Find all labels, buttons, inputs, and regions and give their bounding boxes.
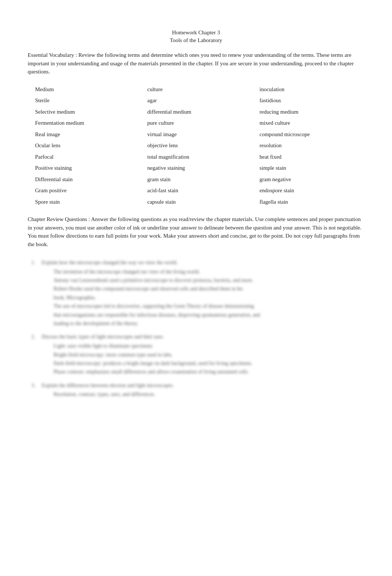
question-text: Discuss the basic types of light microsc… (42, 333, 364, 341)
blurred-questions: 1.Explain how the microscope changed the… (28, 259, 364, 399)
vocab-row: Ocular lensobjective lensresolution (35, 140, 372, 151)
question-text: Explain the differences between electron… (42, 382, 364, 390)
vocab-cell: gram negative (259, 174, 372, 185)
vocab-cell: pure culture (147, 118, 259, 128)
vocab-cell: Parfocal (35, 152, 147, 162)
vocab-cell: heat fixed (259, 152, 372, 162)
question-number: 1. (31, 259, 42, 267)
vocab-row: Sterileagarfastidious (35, 95, 372, 106)
vocab-row: Fermentation mediumpure culturemixed cul… (35, 118, 372, 128)
answer-line: Resolution, contrast, types, uses, and d… (54, 390, 364, 399)
vocab-row: Gram positiveacid-fast stainendospore st… (35, 185, 372, 196)
vocab-row: Mediumcultureinoculation (35, 84, 372, 95)
title-line-1: Homework Chapter 3 (28, 30, 364, 36)
answer-line: The invention of the microscope changed … (54, 268, 364, 276)
answer-line: Dark-field microscopy: produces a bright… (54, 359, 364, 368)
vocab-cell: Medium (35, 84, 147, 95)
vocab-cell: inoculation (259, 84, 372, 95)
vocab-row: Positive stainingnegative stainingsimple… (35, 163, 372, 173)
vocab-cell: virtual image (147, 129, 259, 140)
vocab-cell: Real image (35, 129, 147, 140)
vocab-cell: resolution (259, 140, 372, 151)
answer-block: The invention of the microscope changed … (31, 268, 364, 328)
answer-line: Phase contrast: emphasizes small differe… (54, 368, 364, 376)
question-num-line: 3.Explain the differences between electr… (31, 382, 364, 390)
answer-line: book, Micrographia. (54, 294, 364, 302)
vocab-cell: gram stain (147, 174, 259, 185)
answer-line: Robert Hooke used the compound microscop… (54, 285, 364, 293)
vocab-cell: capsule stain (147, 197, 259, 207)
answer-line: The use of microscopes led to discoverie… (54, 302, 364, 310)
vocab-cell: total magnification (147, 152, 259, 162)
vocab-cell: Positive staining (35, 163, 147, 173)
answer-line: Light: uses visible light to illuminate … (54, 342, 364, 350)
question-block: 2.Discuss the basic types of light micro… (28, 333, 364, 376)
page: Homework Chapter 3 Tools of the Laborato… (0, 0, 392, 576)
title-section: Homework Chapter 3 Tools of the Laborato… (28, 30, 364, 44)
answer-block: Light: uses visible light to illuminate … (31, 342, 364, 376)
vocab-row: Differential staingram staingram negativ… (35, 174, 372, 185)
vocab-cell: Spore stain (35, 197, 147, 207)
vocab-cell: Differential stain (35, 174, 147, 185)
answer-line: that microorganisms are responsible for … (54, 311, 364, 319)
vocab-cell: Selective medium (35, 107, 147, 117)
vocab-row: Selective mediumdifferential mediumreduc… (35, 107, 372, 117)
question-block: 3.Explain the differences between electr… (28, 382, 364, 399)
vocab-cell: objective lens (147, 140, 259, 151)
vocab-cell: compound microscope (259, 129, 372, 140)
vocab-cell: negative staining (147, 163, 259, 173)
chapter-review-paragraph: Chapter Review Questions : Answer the fo… (28, 215, 364, 248)
question-num-line: 1.Explain how the microscope changed the… (31, 259, 364, 267)
vocab-cell: endospore stain (259, 185, 372, 196)
question-block: 1.Explain how the microscope changed the… (28, 259, 364, 328)
vocab-table: MediumcultureinoculationSterileagarfasti… (35, 84, 372, 207)
answer-line: Bright-field microscopy: most common typ… (54, 351, 364, 359)
question-text: Explain how the microscope changed the w… (42, 259, 364, 267)
vocab-cell: differential medium (147, 107, 259, 117)
vocab-cell: acid-fast stain (147, 185, 259, 196)
vocab-cell: reducing medium (259, 107, 372, 117)
title-line-2: Tools of the Laboratory (28, 37, 364, 44)
vocab-row: Spore staincapsule stainflagella stain (35, 197, 372, 207)
answer-line: leading to the development of the theory… (54, 320, 364, 328)
vocab-cell: agar (147, 95, 259, 106)
vocab-cell: simple stain (259, 163, 372, 173)
vocab-cell: Gram positive (35, 185, 147, 196)
vocab-cell: Sterile (35, 95, 147, 106)
question-num-line: 2.Discuss the basic types of light micro… (31, 333, 364, 341)
question-number: 3. (31, 382, 42, 390)
vocab-cell: Fermentation medium (35, 118, 147, 128)
vocab-row: Real imagevirtual imagecompound microsco… (35, 129, 372, 140)
vocab-row: Parfocaltotal magnificationheat fixed (35, 152, 372, 162)
vocab-cell: flagella stain (259, 197, 372, 207)
vocab-cell: culture (147, 84, 259, 95)
vocab-cell: mixed culture (259, 118, 372, 128)
answer-block: Resolution, contrast, types, uses, and d… (31, 390, 364, 399)
answer-line: Antony van Leeuwenhoek used a primitive … (54, 276, 364, 284)
vocab-cell: fastidious (259, 95, 372, 106)
question-number: 2. (31, 333, 42, 341)
vocab-cell: Ocular lens (35, 140, 147, 151)
intro-paragraph: Essential Vocabulary : Review the follow… (28, 51, 364, 76)
